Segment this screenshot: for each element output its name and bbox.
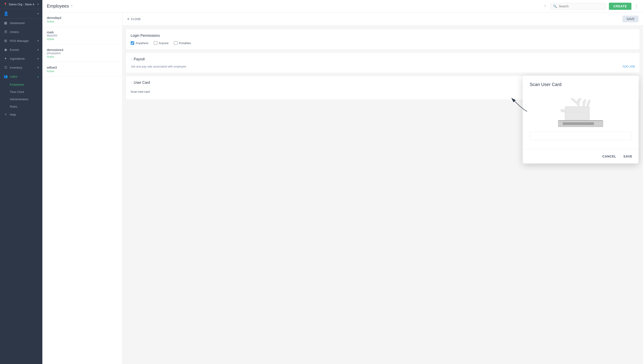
portables-checkbox[interactable] <box>174 41 177 45</box>
close-label: CLOSE <box>131 18 141 21</box>
detail-panel: ✕ CLOSE SAVE Login Permissions Anywhere <box>123 12 643 364</box>
org-header[interactable]: 📍 Demo Org - Store 4 ▾ <box>0 0 42 9</box>
modal-cancel-button[interactable]: CANCEL <box>601 153 617 160</box>
scan-user-card-modal: Scan User Card <box>523 76 638 164</box>
card-scanner-illustration <box>530 94 631 140</box>
pos-icon: ⊞ <box>4 39 8 43</box>
sidebar-sub-label: Roles <box>10 105 17 108</box>
employee-list: demoday4 Active mark Mark000 Active demo… <box>42 12 123 364</box>
save-button[interactable]: SAVE <box>622 16 638 22</box>
employee-item-demostore4[interactable]: demostore4 johnpeptest Active <box>42 44 122 62</box>
login-permissions-section: Login Permissions Anywhere Anyone Portab… <box>126 29 639 49</box>
sidebar-item-label: Dashboard <box>10 22 25 25</box>
sidebar-item-employees[interactable]: Employees <box>0 81 42 88</box>
sidebar-sub-label: Time Clock <box>10 90 24 94</box>
payroll-icon: ○ <box>131 58 132 61</box>
permission-anywhere[interactable]: Anywhere <box>131 41 148 45</box>
dashboard-icon: ▦ <box>4 21 8 25</box>
sidebar-item-pos-manager[interactable]: ⊞ POS Manager ▾ <box>0 36 42 45</box>
chevron-down-icon: ▾ <box>38 57 39 60</box>
scanner-svg <box>552 94 609 130</box>
detail-header: ✕ CLOSE SAVE <box>123 12 643 26</box>
sidebar-item-administrators[interactable]: Administrators <box>0 96 42 103</box>
modal-body: Scan User Card <box>523 76 638 149</box>
anyone-label: Anyone <box>159 42 169 45</box>
sidebar-nav: ▦ Dashboard ☰ Orders ⊞ POS Manager ▾ ◉ E… <box>0 18 42 364</box>
payroll-section: ○ Payroll Job and pay rate associated wi… <box>126 53 639 72</box>
employee-name: demoday4 <box>47 16 118 20</box>
payroll-title: ○ Payroll <box>131 57 635 61</box>
sidebar-sub-label: Administrators <box>10 98 28 101</box>
events-icon: ◉ <box>4 48 8 52</box>
employee-status: Active <box>47 70 118 73</box>
chevron-down-icon: ▾ <box>38 48 39 51</box>
modal-save-button[interactable]: SAVE <box>622 153 633 160</box>
labor-icon: 👥 <box>4 74 8 78</box>
sidebar-item-label: POS Manager <box>10 39 29 42</box>
page-title-text: Employees <box>47 4 69 9</box>
sidebar-sub-label: Employees <box>10 83 24 86</box>
anyone-checkbox[interactable] <box>154 41 157 45</box>
chevron-down-icon: ▾ <box>38 3 39 6</box>
user-card-icon: ○ <box>131 81 132 84</box>
inventory-icon: ☷ <box>4 66 8 70</box>
employee-name: willow3 <box>47 66 118 69</box>
employee-item-demoday4[interactable]: demoday4 Active <box>42 12 122 27</box>
close-button[interactable]: ✕ CLOSE <box>127 18 141 21</box>
employee-status: Active <box>47 20 118 23</box>
add-job-link[interactable]: ADD JOB <box>622 65 635 68</box>
user-chevron-icon: ▾ <box>38 12 39 15</box>
topbar: Employees ? ? 🔍 CREATE ⋮ <box>42 0 643 12</box>
permission-anyone[interactable]: Anyone <box>154 41 169 45</box>
sidebar-item-labor[interactable]: 👥 Labor ▴ <box>0 72 42 81</box>
sidebar-item-label: Events <box>10 48 19 52</box>
sidebar-item-label: Help <box>10 113 16 116</box>
topbar-help-icon: ? <box>544 4 546 8</box>
sidebar-item-orders[interactable]: ☰ Orders <box>0 28 42 36</box>
employee-status: Active <box>47 55 118 58</box>
sidebar-item-roles[interactable]: Roles <box>0 103 42 110</box>
more-icon[interactable]: ⋮ <box>634 4 638 9</box>
sidebar-item-label: Orders <box>10 30 19 34</box>
employee-item-willow3[interactable]: willow3 Active <box>42 62 122 77</box>
employee-item-mark[interactable]: mark Mark000 Active <box>42 27 122 44</box>
main-content: Employees ? ? 🔍 CREATE ⋮ demoday4 Active… <box>42 0 643 364</box>
sidebar-item-label: Labor <box>10 75 18 78</box>
search-icon: 🔍 <box>553 4 557 8</box>
create-button[interactable]: CREATE <box>609 3 631 10</box>
employee-name: demostore4 <box>47 48 118 52</box>
employee-username: Mark000 <box>47 34 118 37</box>
user-menu[interactable]: 👤 ▾ <box>0 9 42 18</box>
sidebar-item-inventory[interactable]: ☷ Inventory ▾ <box>0 63 42 72</box>
search-input[interactable] <box>559 4 603 8</box>
close-x-icon: ✕ <box>127 18 130 21</box>
employee-name: mark <box>47 30 118 34</box>
sidebar-item-time-clock[interactable]: Time Clock <box>0 88 42 96</box>
modal-footer: CANCEL SAVE <box>523 149 638 164</box>
scanner-input[interactable] <box>530 132 631 140</box>
sidebar-item-ingredients[interactable]: ✦ Ingredients ▾ <box>0 54 42 63</box>
sidebar-item-help[interactable]: ? Help <box>0 110 42 119</box>
scan-text: Scan new card <box>131 90 150 93</box>
anywhere-checkbox[interactable] <box>131 41 134 45</box>
modal-title: Scan User Card <box>530 82 631 87</box>
chevron-up-icon: ▴ <box>38 75 39 78</box>
payroll-row: Job and pay rate associated with employe… <box>131 65 635 68</box>
sidebar: 📍 Demo Org - Store 4 ▾ 👤 ▾ ▦ Dashboard ☰… <box>0 0 42 364</box>
employee-username: johnpeptest <box>47 52 118 55</box>
permissions-row: Anywhere Anyone Portables <box>131 41 635 45</box>
sidebar-item-events[interactable]: ◉ Events ▾ <box>0 45 42 54</box>
permission-portables[interactable]: Portables <box>174 41 191 45</box>
chevron-down-icon: ▾ <box>38 66 39 69</box>
help-icon: ? <box>4 113 8 116</box>
search-box[interactable]: 🔍 <box>550 3 606 10</box>
svg-rect-3 <box>563 122 594 125</box>
sidebar-item-dashboard[interactable]: ▦ Dashboard <box>0 18 42 28</box>
org-name: Demo Org - Store 4 <box>9 3 36 6</box>
orders-icon: ☰ <box>4 30 8 34</box>
payroll-description: Job and pay rate associated with employe… <box>131 65 186 68</box>
portables-label: Portables <box>179 42 191 45</box>
content-area: demoday4 Active mark Mark000 Active demo… <box>42 12 643 364</box>
anywhere-label: Anywhere <box>136 42 148 45</box>
title-help-icon: ? <box>71 4 73 8</box>
